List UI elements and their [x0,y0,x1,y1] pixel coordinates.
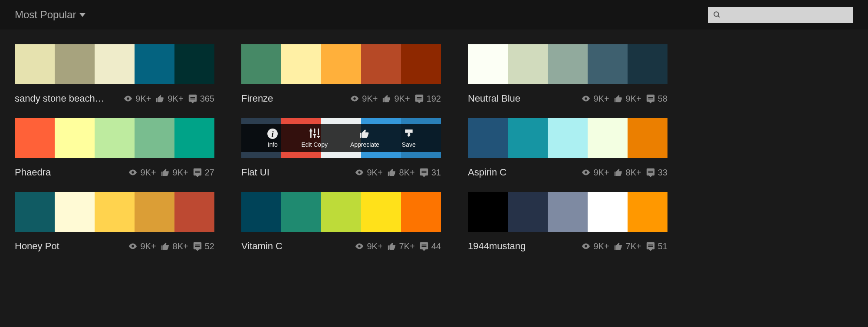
eye-icon [123,94,133,103]
palette-name[interactable]: Phaedra [15,167,51,178]
info-button[interactable]: Info [266,128,279,148]
thumbs-up-icon [155,94,165,103]
views-count: 9K+ [362,94,378,104]
palette-name[interactable]: Flat UI [241,167,270,178]
color-swatch[interactable] [548,118,588,158]
palette-card: Neutral Blue 9K+ 9K+ 58 [468,44,667,105]
color-swatch[interactable] [174,118,214,158]
color-swatch[interactable] [15,192,55,232]
color-swatch[interactable] [15,44,55,84]
color-swatch[interactable] [628,192,667,232]
color-swatch[interactable] [15,118,55,158]
color-swatch[interactable] [281,192,321,232]
views-stat: 9K+ [581,94,609,104]
views-stat: 9K+ [350,94,378,104]
color-swatch[interactable] [401,192,441,232]
views-count: 9K+ [367,241,382,251]
palette-name[interactable]: Firenze [241,93,273,104]
color-swatch[interactable] [628,118,667,158]
color-swatch[interactable] [241,192,281,232]
color-swatch[interactable] [508,44,548,84]
color-swatch[interactable] [135,192,174,232]
color-swatch[interactable] [241,44,281,84]
color-swatch[interactable] [55,118,95,158]
palette-swatches[interactable] [15,44,214,84]
eye-icon [128,241,138,251]
search-input[interactable] [724,11,848,19]
eye-icon [355,168,364,177]
comments-count: 52 [205,241,214,251]
palette-name[interactable]: Vitamin C [241,241,283,252]
palette-stats: 9K+ 9K+ 192 [350,94,441,104]
palette-swatches[interactable] [241,44,441,84]
color-swatch[interactable] [135,44,174,84]
color-swatch[interactable] [588,44,628,84]
palette-name[interactable]: Honey Pot [15,241,59,252]
palette-swatches[interactable] [468,192,667,232]
palette-name[interactable]: Neutral Blue [468,93,520,104]
palette-swatches[interactable] [15,192,214,232]
color-swatch[interactable] [508,192,548,232]
palette-swatches[interactable] [468,44,667,84]
color-swatch[interactable] [55,192,95,232]
save-button[interactable]: Save [402,128,416,148]
views-count: 9K+ [135,94,151,104]
views-count: 9K+ [593,168,609,178]
edit-copy-label: Edit Copy [301,141,328,148]
likes-stat: 8K+ [614,168,641,178]
color-swatch[interactable] [361,192,401,232]
palette-swatches[interactable] [15,118,214,158]
color-swatch[interactable] [468,44,508,84]
palette-meta: Aspirin C 9K+ 8K+ 33 [468,166,667,179]
color-swatch[interactable] [321,44,361,84]
color-swatch[interactable] [508,118,548,158]
color-swatch[interactable] [361,44,401,84]
likes-count: 7K+ [399,241,415,251]
color-swatch[interactable] [281,44,321,84]
color-swatch[interactable] [468,192,508,232]
color-swatch[interactable] [588,192,628,232]
palette-name[interactable]: 1944mustang [468,241,526,252]
color-swatch[interactable] [588,118,628,158]
palette-meta: Honey Pot 9K+ 8K+ 52 [15,240,214,253]
color-swatch[interactable] [468,118,508,158]
color-swatch[interactable] [174,192,214,232]
edit-copy-button[interactable]: Edit Copy [301,128,328,148]
sliders-icon [309,128,321,139]
color-swatch[interactable] [548,192,588,232]
palette-name[interactable]: Aspirin C [468,167,506,178]
palette-stats: 9K+ 7K+ 51 [581,241,667,251]
color-swatch[interactable] [548,44,588,84]
likes-stat: 9K+ [155,94,183,104]
color-swatch[interactable] [95,44,135,84]
color-swatch[interactable] [628,44,667,84]
search-box[interactable] [708,7,853,23]
sort-dropdown[interactable]: Most Popular [15,9,85,21]
palette-stats: 9K+ 9K+ 27 [128,168,214,178]
color-swatch[interactable] [95,118,135,158]
palette-name[interactable]: sandy stone beach ocean ... [15,93,106,104]
color-swatch[interactable] [321,192,361,232]
comment-icon [419,168,429,177]
palette-stats: 9K+ 8K+ 33 [581,168,667,178]
eye-icon [128,168,138,177]
color-swatch[interactable] [401,44,441,84]
color-swatch[interactable] [95,192,135,232]
palette-swatches[interactable] [468,118,667,158]
thumbs-up-icon [161,241,170,251]
color-swatch[interactable] [55,44,95,84]
palette-stats: 9K+ 7K+ 44 [355,241,441,251]
thumbs-up-icon [382,94,391,103]
palette-swatches[interactable]: Info Edit Copy Appreciate Save [241,118,441,158]
thumbs-up-icon [387,241,397,251]
palette-card: Aspirin C 9K+ 8K+ 33 [468,118,667,179]
palette-stats: 9K+ 8K+ 52 [128,241,214,251]
thumbs-up-icon [614,94,623,103]
likes-count: 8K+ [626,168,641,178]
palette-swatches[interactable] [241,192,441,232]
color-swatch[interactable] [174,44,214,84]
svg-line-1 [718,16,720,17]
appreciate-button[interactable]: Appreciate [350,128,379,148]
palette-card: 1944mustang 9K+ 7K+ 51 [468,192,667,253]
color-swatch[interactable] [135,118,174,158]
